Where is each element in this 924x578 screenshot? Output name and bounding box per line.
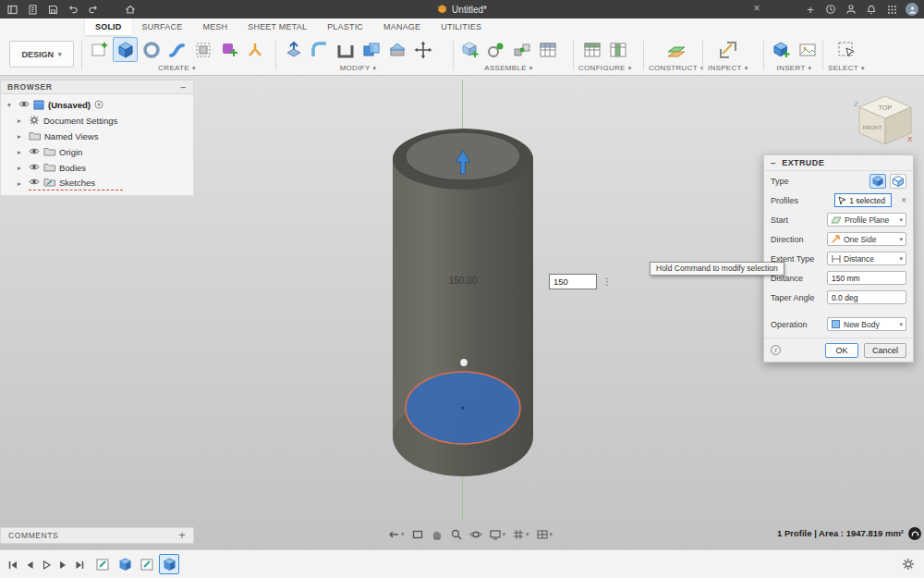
tab-mesh[interactable]: MESH bbox=[192, 18, 237, 35]
step-forward-icon[interactable] bbox=[55, 558, 69, 572]
timeline-extrude-feature[interactable] bbox=[115, 554, 135, 574]
tab-surface[interactable]: SURFACE bbox=[132, 18, 193, 35]
modify-dropdown[interactable]: MODIFY ▾ bbox=[340, 64, 377, 72]
add-comment-button[interactable]: + bbox=[178, 529, 186, 542]
move-copy-icon[interactable] bbox=[410, 37, 435, 62]
orbit-icon[interactable] bbox=[467, 526, 485, 543]
tree-item-document[interactable]: ▾ (Unsaved) bbox=[1, 97, 193, 113]
insert-derive-icon[interactable] bbox=[769, 37, 794, 62]
workspace-selector-button[interactable]: DESIGN ▾ bbox=[9, 41, 74, 68]
select-dropdown[interactable]: SELECT ▾ bbox=[828, 64, 865, 72]
configure-dropdown[interactable]: CONFIGURE ▾ bbox=[578, 64, 632, 72]
fillet-icon[interactable] bbox=[307, 37, 332, 62]
model-canvas[interactable]: BROWSER − ▾ (Unsaved) ▸ Document Setting… bbox=[0, 76, 924, 549]
ok-button[interactable]: OK bbox=[825, 343, 858, 358]
assemble-dropdown[interactable]: ASSEMBLE ▾ bbox=[484, 64, 532, 72]
comments-bar[interactable]: COMMENTS + bbox=[0, 527, 194, 544]
clear-selection-button[interactable]: × bbox=[901, 195, 906, 205]
home-icon[interactable] bbox=[120, 0, 140, 18]
timeline-extrude-feature-selected[interactable] bbox=[159, 554, 179, 574]
derive-icon[interactable] bbox=[242, 37, 267, 62]
browser-header[interactable]: BROWSER − bbox=[0, 80, 194, 94]
tab-utilities[interactable]: UTILITIES bbox=[431, 18, 492, 35]
notifications-bell-icon[interactable] bbox=[861, 0, 881, 18]
pan-hand-icon[interactable] bbox=[428, 526, 446, 543]
create-form-icon[interactable] bbox=[216, 37, 241, 62]
operation-dropdown[interactable]: New Body ▾ bbox=[827, 317, 906, 331]
type-thin-extrude-button[interactable] bbox=[890, 174, 906, 189]
disclosure-arrow-icon[interactable]: ▸ bbox=[18, 132, 25, 141]
disclosure-arrow-icon[interactable]: ▸ bbox=[18, 179, 25, 188]
data-panel-icon[interactable] bbox=[2, 0, 22, 18]
configure-icon[interactable] bbox=[579, 37, 604, 62]
visibility-eye-icon[interactable] bbox=[18, 99, 30, 111]
dialog-collapse-button[interactable]: − bbox=[771, 158, 776, 168]
sweep-icon[interactable] bbox=[164, 37, 189, 62]
save-icon[interactable] bbox=[43, 0, 63, 18]
create-dropdown[interactable]: CREATE ▾ bbox=[158, 64, 195, 72]
canvas-image-icon[interactable] bbox=[795, 37, 820, 62]
step-back-icon[interactable] bbox=[22, 558, 36, 572]
close-document-button[interactable]: × bbox=[748, 0, 765, 18]
disclosure-arrow-icon[interactable]: ▸ bbox=[18, 164, 25, 172]
assistant-badge[interactable] bbox=[908, 527, 921, 540]
inspect-dropdown[interactable]: INSPECT ▾ bbox=[708, 64, 748, 72]
fit-view-icon[interactable] bbox=[408, 526, 427, 543]
extrude-icon[interactable] bbox=[113, 37, 138, 62]
new-document-plus-icon[interactable]: + bbox=[800, 0, 821, 18]
job-status-clock-icon[interactable] bbox=[821, 0, 841, 18]
new-component-icon[interactable] bbox=[457, 37, 482, 62]
skip-to-end-icon[interactable] bbox=[72, 558, 86, 572]
apps-grid-icon[interactable] bbox=[881, 0, 902, 18]
distance-input[interactable] bbox=[827, 271, 906, 285]
document-tab[interactable]: Untitled* bbox=[437, 0, 487, 18]
extrude-dialog-header[interactable]: − EXTRUDE bbox=[764, 155, 913, 171]
viewports-icon[interactable]: ▾ bbox=[533, 526, 556, 543]
grid-snaps-icon[interactable]: ▾ bbox=[509, 526, 532, 543]
timeline-settings-gear-icon[interactable] bbox=[902, 558, 915, 572]
timeline-sketch-feature[interactable] bbox=[92, 554, 113, 574]
tab-solid[interactable]: SOLID bbox=[85, 18, 132, 35]
skip-to-start-icon[interactable] bbox=[6, 558, 19, 572]
start-dropdown[interactable]: Profile Plane ▾ bbox=[827, 213, 906, 227]
joint-icon[interactable] bbox=[483, 37, 508, 62]
disclosure-arrow-icon[interactable]: ▾ bbox=[7, 101, 15, 109]
disclosure-arrow-icon[interactable]: ▸ bbox=[18, 148, 25, 156]
extent-type-dropdown[interactable]: Distance ▾ bbox=[827, 252, 906, 265]
tree-item-document-settings[interactable]: ▸ Document Settings bbox=[1, 113, 193, 129]
file-menu-icon[interactable] bbox=[22, 0, 43, 18]
parameters-icon[interactable] bbox=[535, 37, 560, 62]
direction-dropdown[interactable]: One Side ▾ bbox=[827, 232, 906, 246]
visibility-eye-icon[interactable] bbox=[29, 177, 40, 189]
visibility-eye-icon[interactable] bbox=[29, 162, 40, 174]
press-pull-icon[interactable] bbox=[281, 37, 306, 62]
play-icon[interactable] bbox=[39, 558, 53, 572]
profiles-selection-field[interactable]: 1 selected bbox=[834, 193, 892, 207]
undo-icon[interactable] bbox=[63, 0, 83, 18]
tab-manage[interactable]: MANAGE bbox=[373, 18, 431, 35]
cancel-button[interactable]: Cancel bbox=[864, 343, 906, 358]
tree-item-origin[interactable]: ▸ Origin bbox=[1, 144, 193, 160]
user-avatar[interactable] bbox=[902, 0, 922, 18]
taper-angle-input[interactable] bbox=[827, 290, 906, 304]
construct-plane-icon[interactable] bbox=[663, 37, 688, 62]
manipulator-origin[interactable] bbox=[460, 359, 468, 367]
display-settings-icon[interactable]: ▾ bbox=[486, 526, 509, 543]
tree-item-sketches[interactable]: ▸ Sketches bbox=[1, 176, 193, 191]
dimension-options-kebab-icon[interactable]: ⋮ bbox=[602, 274, 612, 289]
viewcube[interactable]: TOP FRONT Z X bbox=[848, 87, 924, 148]
combine-icon[interactable] bbox=[359, 37, 383, 62]
tree-item-named-views[interactable]: ▸ Named Views bbox=[1, 129, 193, 144]
split-body-icon[interactable] bbox=[384, 37, 409, 62]
visibility-eye-icon[interactable] bbox=[29, 146, 40, 158]
info-icon[interactable]: i bbox=[771, 345, 781, 355]
tab-plastic[interactable]: PLASTIC bbox=[317, 18, 373, 35]
activate-radio[interactable] bbox=[94, 100, 103, 111]
configuration-table-icon[interactable] bbox=[605, 37, 630, 62]
zoom-magnifier-icon[interactable] bbox=[447, 526, 466, 543]
primitives-icon[interactable] bbox=[190, 37, 215, 62]
type-extrude-button[interactable] bbox=[869, 174, 886, 189]
measure-icon[interactable] bbox=[715, 37, 740, 62]
construct-dropdown[interactable]: CONSTRUCT ▾ bbox=[649, 64, 704, 72]
profile-person-icon[interactable] bbox=[841, 0, 861, 18]
